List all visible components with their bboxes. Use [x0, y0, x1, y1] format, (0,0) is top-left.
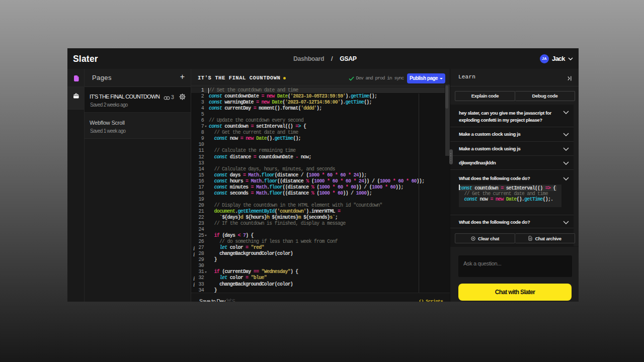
svg-text:S: S — [232, 299, 235, 302]
